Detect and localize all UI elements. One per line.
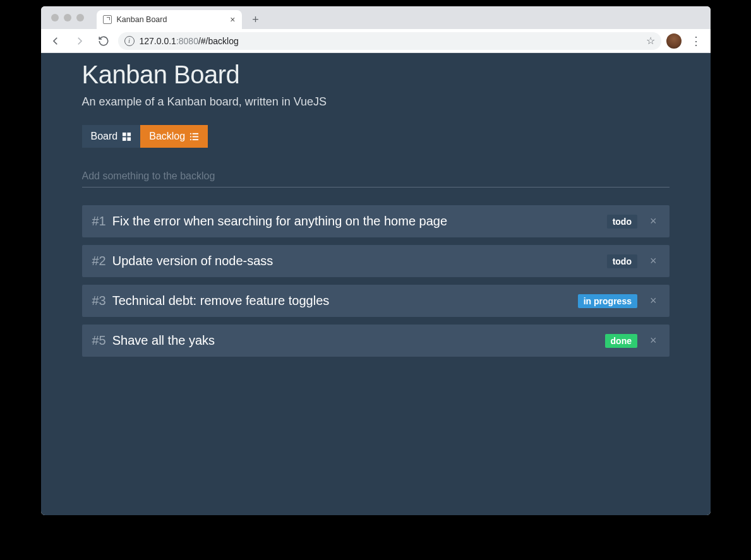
address-bar[interactable]: i 127.0.0.1:8080/#/backlog ☆	[118, 32, 661, 50]
status-badge: todo	[607, 254, 637, 268]
tab-board[interactable]: Board	[82, 125, 141, 148]
svg-rect-9	[193, 139, 198, 140]
content-container: Kanban Board An example of a Kanban boar…	[82, 53, 670, 390]
svg-rect-4	[190, 133, 191, 134]
close-tab-icon[interactable]: ×	[230, 15, 235, 25]
card-id: #2	[92, 254, 106, 268]
grid-icon	[122, 132, 131, 141]
tab-board-label: Board	[91, 131, 118, 142]
window-close-button[interactable]	[51, 14, 59, 21]
card-id: #3	[92, 294, 106, 308]
tab-backlog[interactable]: Backlog	[140, 125, 208, 148]
window-controls	[47, 6, 97, 29]
svg-rect-7	[193, 136, 198, 137]
reload-button[interactable]	[94, 32, 113, 51]
list-icon	[189, 132, 199, 141]
card-title: Fix the error when searching for anythin…	[112, 214, 447, 229]
bookmark-star-icon[interactable]: ☆	[646, 35, 655, 47]
card-title: Shave all the yaks	[112, 333, 215, 348]
browser-menu-button[interactable]: ⋮	[687, 32, 706, 51]
file-icon	[103, 15, 112, 24]
window-minimize-button[interactable]	[64, 14, 71, 21]
status-badge: in progress	[578, 294, 637, 308]
url-host: 127.0.0.1	[140, 36, 176, 46]
backlog-card[interactable]: #1Fix the error when searching for anyth…	[82, 205, 670, 237]
browser-toolbar: i 127.0.0.1:8080/#/backlog ☆ ⋮	[41, 29, 711, 53]
add-backlog-input[interactable]	[82, 167, 670, 188]
svg-rect-2	[123, 137, 126, 141]
page-content: Kanban Board An example of a Kanban boar…	[41, 53, 711, 515]
delete-card-icon[interactable]: ×	[644, 254, 659, 268]
tab-backlog-label: Backlog	[149, 131, 185, 142]
tab-strip: Kanban Board × +	[41, 6, 711, 29]
backlog-card[interactable]: #2Update version of node-sasstodo×	[82, 245, 670, 277]
back-button[interactable]	[46, 32, 65, 51]
window-maximize-button[interactable]	[76, 14, 84, 21]
url-port: :8080	[176, 36, 198, 46]
url-text: 127.0.0.1:8080/#/backlog	[140, 36, 239, 46]
status-badge: done	[605, 334, 637, 348]
browser-window: Kanban Board × + i 127.0.0.1:8080/#/back…	[41, 6, 711, 515]
card-id: #5	[92, 333, 106, 348]
status-badge: todo	[607, 215, 637, 229]
page-subtitle: An example of a Kanban board, written in…	[82, 95, 670, 109]
url-path: /#/backlog	[198, 36, 239, 46]
svg-rect-8	[190, 139, 191, 140]
page-title: Kanban Board	[82, 61, 670, 89]
tab-title: Kanban Board	[117, 15, 225, 24]
delete-card-icon[interactable]: ×	[644, 215, 659, 228]
card-title: Technical debt: remove feature toggles	[112, 294, 330, 308]
backlog-card[interactable]: #3Technical debt: remove feature toggles…	[82, 285, 670, 317]
delete-card-icon[interactable]: ×	[644, 294, 659, 307]
backlog-card[interactable]: #5Shave all the yaksdone×	[82, 325, 670, 357]
new-tab-button[interactable]: +	[247, 11, 265, 28]
svg-rect-3	[128, 137, 131, 141]
card-title: Update version of node-sass	[112, 254, 273, 268]
svg-rect-6	[190, 136, 191, 137]
backlog-list: #1Fix the error when searching for anyth…	[82, 205, 670, 357]
svg-rect-0	[123, 132, 126, 136]
card-id: #1	[92, 214, 106, 229]
forward-button[interactable]	[70, 32, 89, 51]
delete-card-icon[interactable]: ×	[644, 334, 659, 347]
svg-rect-5	[193, 133, 198, 134]
site-info-icon[interactable]: i	[124, 36, 135, 46]
browser-tab[interactable]: Kanban Board ×	[97, 10, 242, 29]
profile-avatar[interactable]	[666, 33, 682, 49]
svg-rect-1	[128, 132, 131, 136]
view-tabs: Board Backlog	[82, 125, 670, 148]
